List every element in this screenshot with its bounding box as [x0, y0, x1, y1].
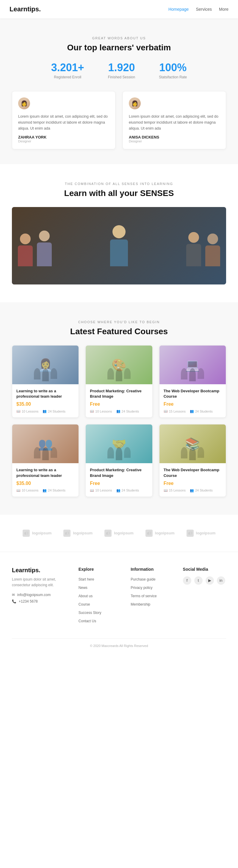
brand-label-1: logoipsum	[32, 531, 52, 535]
nav-link-more[interactable]: More	[219, 7, 229, 11]
course-card-4[interactable]: 👥 Learning to write as a professional te…	[12, 424, 79, 497]
figure-a	[34, 368, 40, 379]
senses-label: THE COMBINATION OF ALL SENSES INTO LEARN…	[12, 182, 226, 186]
course-title-6: The Web Developer Bootcamp Course	[164, 467, 222, 478]
list-item: Purchase guide	[131, 577, 174, 582]
figure-b	[189, 368, 196, 381]
person-3	[186, 232, 201, 266]
social-youtube[interactable]: ▶	[206, 577, 214, 585]
course-meta-4: 📖 10 Lessons 👥 24 Students	[16, 489, 74, 492]
senses-image	[12, 207, 226, 284]
body-1	[18, 245, 33, 266]
stat-satisfaction-number: 100%	[159, 61, 187, 74]
stat-registered-label: Registered Enroll	[51, 75, 84, 79]
figure-a	[107, 447, 114, 458]
testi-header-1: 👩	[18, 97, 109, 109]
course-card-2[interactable]: 🎨 Product Marketing: Creative Brand Imag…	[86, 345, 152, 417]
thumb-figures-1	[12, 368, 78, 381]
body-4	[205, 245, 220, 266]
stats-title: Our top learners' verbatim	[12, 43, 226, 53]
footer-top: Learntips. Lorem ipsum dolor sit amet, c…	[12, 567, 226, 626]
nav-link-homepage[interactable]: Homepage	[168, 7, 189, 11]
info-link-purchase[interactable]: Purchase guide	[131, 577, 155, 582]
senses-title: Learn with all your SENSES	[12, 189, 226, 198]
footer-explore-col: Explore Start here News About us Course …	[78, 567, 122, 626]
course-title-4: Learning to write as a professional team…	[16, 467, 74, 478]
explore-link-news[interactable]: News	[78, 586, 88, 590]
info-link-terms[interactable]: Terms of service	[131, 594, 157, 598]
testimonial-card-1: 👩 Lorem ipsum dolor sit amet, con adipis…	[12, 91, 115, 149]
course-price-1: $35.00	[16, 402, 74, 407]
testi-header-2: 👩	[129, 97, 220, 109]
body-3	[186, 244, 201, 266]
course-thumb-4: 👥	[12, 425, 78, 463]
explore-link-course[interactable]: Course	[78, 602, 90, 607]
figure-c	[124, 447, 131, 458]
thumb-figures-5	[86, 447, 152, 460]
course-title-5: Product Marketing: Creative Brand Image	[90, 467, 148, 478]
brand-icon-4: 🏷	[145, 530, 152, 537]
figure-c	[50, 447, 57, 458]
people-icon: 👥	[42, 489, 47, 492]
course-students-5: 👥 24 Students	[116, 489, 139, 492]
people-icon: 👥	[116, 409, 121, 413]
social-twitter[interactable]: t	[194, 577, 203, 585]
course-card-5[interactable]: 🤝 Product Marketing: Creative Brand Imag…	[86, 424, 152, 497]
course-title-3: The Web Developer Bootcamp Course	[164, 389, 222, 399]
nav-links: Homepage Services More	[168, 7, 229, 11]
brand-4: 🏷 logoipsum	[145, 530, 175, 537]
stat-satisfaction: 100% Statsifaction Rate	[159, 61, 187, 79]
social-icons: f t ▶ in	[183, 577, 226, 585]
explore-link-start[interactable]: Start here	[78, 577, 94, 582]
list-item: Success Story	[78, 610, 122, 615]
social-linkedin[interactable]: in	[217, 577, 225, 585]
body-center	[110, 240, 128, 266]
thumb-figures-4	[12, 447, 78, 460]
brand-5: 🏷 logoipsum	[186, 530, 216, 537]
course-price-3: Free	[164, 402, 222, 407]
center-person	[56, 225, 182, 266]
course-card-1[interactable]: 👩‍💼 Learning to write as a professional …	[12, 345, 79, 417]
course-meta-2: 📖 10 Lessons 👥 24 Students	[90, 409, 148, 413]
courses-section: CHOOSE WHERE YOU'D LIKE TO BEGIN Latest …	[0, 302, 238, 515]
footer-bottom: © 2020 Maxcreards All Rights Reserved	[12, 638, 226, 648]
course-price-5: Free	[90, 481, 148, 486]
figure-c	[50, 368, 57, 379]
course-card-3[interactable]: 💻 The Web Developer Bootcamp Course Free…	[159, 345, 226, 417]
stat-registered-number: 3.201+	[51, 61, 84, 74]
phone-icon: 📞	[12, 599, 16, 603]
footer-email: ✉ info@logoipsum.com	[12, 593, 70, 597]
brand-2: 🏷 logoipsum	[63, 530, 93, 537]
brands-section: 🏷 logoipsum 🏷 logoipsum 🏷 logoipsum 🏷 lo…	[0, 515, 238, 552]
nav-link-services[interactable]: Services	[196, 7, 212, 11]
list-item: Privacy policy	[131, 585, 174, 590]
thumb-figures-6	[160, 447, 226, 460]
info-link-privacy[interactable]: Privacy policy	[131, 586, 152, 590]
explore-link-success[interactable]: Success Story	[78, 611, 101, 615]
course-info-3: The Web Developer Bootcamp Course Free 📖…	[160, 384, 226, 417]
list-item: Course	[78, 601, 122, 607]
list-item: Start here	[78, 577, 122, 582]
course-lessons-1: 📖 10 Lessons	[16, 409, 38, 413]
head-1	[20, 234, 31, 244]
explore-link-contact[interactable]: Contact Us	[78, 619, 96, 623]
stat-sessions-label: Finished Session	[108, 75, 135, 79]
footer-explore-title: Explore	[78, 567, 122, 571]
course-card-6[interactable]: 📚 The Web Developer Bootcamp Course Free…	[159, 424, 226, 497]
testimonials-row: 👩 Lorem ipsum dolor sit amet, con adipis…	[12, 91, 226, 149]
figure-c	[198, 368, 204, 379]
people-icon: 👥	[190, 409, 194, 413]
stat-sessions: 1.920 Finished Session	[108, 61, 135, 79]
book-icon: 📖	[164, 409, 168, 413]
course-lessons-5: 📖 10 Lessons	[90, 489, 112, 492]
thumb-figures-2	[86, 368, 152, 381]
body-2	[37, 243, 52, 266]
brand-label-4: logoipsum	[155, 531, 175, 535]
stats-section: GREAT WORDS ABOUT US Our top learners' v…	[0, 19, 238, 164]
figure-b	[42, 368, 49, 381]
senses-figures	[12, 207, 226, 284]
explore-link-about[interactable]: About us	[78, 594, 93, 598]
figure-a	[181, 447, 188, 458]
info-link-membership[interactable]: Membership	[131, 602, 150, 607]
social-facebook[interactable]: f	[183, 577, 191, 585]
